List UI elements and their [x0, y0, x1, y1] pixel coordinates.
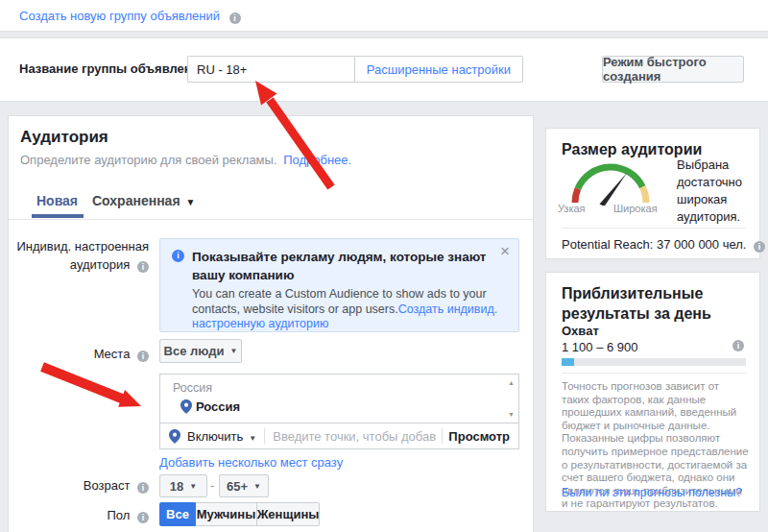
- scroll-up-icon[interactable]: ▲: [508, 379, 515, 386]
- audience-size-panel: Размер аудитории Узкая Широкая Выбрана д…: [545, 128, 760, 259]
- adset-name-label-text: Название группы объявлений: [19, 61, 207, 76]
- learn-more-link[interactable]: Подробнее.: [283, 153, 351, 167]
- location-pin-icon: [169, 429, 180, 444]
- info-icon[interactable]: i: [229, 12, 241, 24]
- tip-title: Показывайте рекламу людям, которые знают…: [192, 248, 501, 284]
- audience-subtitle-text: Определите аудиторию для своей рекламы.: [20, 153, 277, 167]
- tab-saved-audience[interactable]: Сохраненная▼: [92, 193, 195, 208]
- location-search-input[interactable]: [273, 429, 436, 444]
- divider: [264, 428, 265, 444]
- custom-audience-label-text: аудитория: [70, 257, 131, 272]
- tip-body: You can create a Custom Audience to show…: [192, 287, 509, 332]
- gender-option-all[interactable]: Все: [159, 502, 196, 526]
- places-label-text: Места: [94, 347, 131, 361]
- potential-reach-text: Potential Reach: 37 000 000 чел.: [562, 237, 746, 252]
- gender-segmented-control: Все Мужчины Женщины: [159, 502, 320, 526]
- include-dropdown-label: Включить: [187, 429, 243, 444]
- location-type-label: Все люди: [164, 344, 225, 358]
- gender-option-men[interactable]: Мужчины: [196, 502, 257, 526]
- gauge-label-broad: Широкая: [613, 203, 658, 214]
- tabs-divider: [9, 219, 533, 220]
- audience-title: Аудитория: [20, 128, 108, 147]
- scroll-down-icon[interactable]: ▼: [508, 411, 515, 418]
- gender-label: Пол i: [9, 508, 149, 523]
- create-adset-link[interactable]: Создать новую группу объявлений: [19, 9, 220, 23]
- audience-size-gauge: [556, 157, 666, 206]
- chevron-down-icon: ▼: [189, 482, 197, 491]
- custom-audience-tip-box: i Показывайте рекламу людям, которые зна…: [159, 238, 519, 332]
- potential-reach: Potential Reach: 37 000 000 чел. i: [562, 237, 765, 253]
- age-label: Возраст i: [9, 478, 149, 494]
- reach-metric-label: Охват: [562, 324, 599, 338]
- adset-name-input[interactable]: [188, 57, 354, 82]
- places-label: Места i: [9, 347, 149, 362]
- estimated-results-panel: Приблизительные результаты за день Охват…: [545, 272, 760, 512]
- ads-manager-page: Создать новую группу объявлений i Назван…: [0, 0, 768, 532]
- divider: [562, 373, 746, 374]
- chevron-down-icon: ▼: [186, 197, 196, 207]
- gender-label-text: Пол: [108, 508, 131, 522]
- reach-range-value: 1 100 – 6 900: [562, 340, 638, 354]
- location-type-dropdown[interactable]: Все люди▼: [159, 339, 242, 363]
- info-icon[interactable]: i: [754, 241, 765, 253]
- active-tab-underline: [32, 214, 84, 218]
- adset-name-field-group: Расширенные настройки: [187, 56, 523, 83]
- age-max-value: 65+: [227, 479, 248, 494]
- tab-new-audience[interactable]: Новая: [36, 193, 78, 208]
- audience-size-status: Выбрана достаточно широкая аудитория.: [677, 157, 754, 226]
- tip-info-icon: i: [172, 250, 184, 262]
- info-icon[interactable]: i: [137, 512, 149, 523]
- estimated-results-title: Приблизительные результаты за день: [562, 283, 750, 324]
- gauge-label-narrow: Узкая: [558, 203, 586, 214]
- forecast-feedback-link[interactable]: Были ли эти прогнозы полезны?: [562, 486, 742, 499]
- add-bulk-locations-link[interactable]: Добавить несколько мест сразу: [159, 455, 343, 470]
- selected-locations-list: Россия Россия ▲ ▼: [159, 374, 519, 423]
- audience-subtitle: Определите аудиторию для своей рекламы. …: [20, 153, 351, 167]
- reach-progress-track: [562, 358, 746, 366]
- adset-name-bar: Название группы объявлений i Расширенные…: [0, 37, 768, 102]
- reach-progress-fill: [562, 358, 574, 366]
- gauge-needle: [600, 173, 628, 206]
- custom-audience-label-line2: аудитория i: [9, 257, 149, 273]
- advanced-settings-link[interactable]: Расширенные настройки: [367, 62, 511, 77]
- quick-creation-mode-button[interactable]: Режим быстрого создания: [602, 56, 744, 83]
- chevron-down-icon: ▼: [249, 434, 256, 443]
- chevron-down-icon: ▼: [253, 482, 261, 491]
- create-adset-bar: Создать новую группу объявлений i: [0, 0, 768, 32]
- info-icon[interactable]: i: [137, 351, 149, 362]
- age-min-value: 18: [170, 479, 183, 494]
- selected-location-item[interactable]: Россия: [196, 399, 240, 414]
- create-adset-link-wrap: Создать новую группу объявлений i: [19, 9, 241, 24]
- chevron-down-icon: ▼: [229, 347, 237, 355]
- age-max-dropdown[interactable]: 65+▼: [219, 474, 269, 497]
- age-min-dropdown[interactable]: 18▼: [159, 474, 207, 497]
- close-icon[interactable]: ×: [500, 243, 510, 259]
- info-icon[interactable]: i: [137, 482, 149, 494]
- age-label-text: Возраст: [84, 478, 131, 493]
- divider: [562, 228, 746, 229]
- custom-audience-label-line1: Индивид. настроенная: [9, 239, 149, 254]
- audience-card: Аудитория Определите аудиторию для своей…: [8, 115, 534, 532]
- age-range-dash: -: [210, 478, 214, 493]
- tab-saved-label: Сохраненная: [92, 193, 180, 208]
- gender-option-women[interactable]: Женщины: [257, 502, 320, 526]
- info-icon[interactable]: i: [732, 340, 744, 351]
- location-include-row: Включить▼ Просмотр: [159, 423, 519, 449]
- browse-locations-button[interactable]: Просмотр: [448, 429, 518, 444]
- location-group-header: Россия: [173, 381, 212, 395]
- advanced-settings-segment: Расширенные настройки: [354, 57, 522, 82]
- include-dropdown[interactable]: Включить▼: [187, 429, 256, 444]
- location-pin-icon: [180, 399, 192, 414]
- divider: [442, 428, 443, 444]
- info-icon[interactable]: i: [137, 261, 149, 273]
